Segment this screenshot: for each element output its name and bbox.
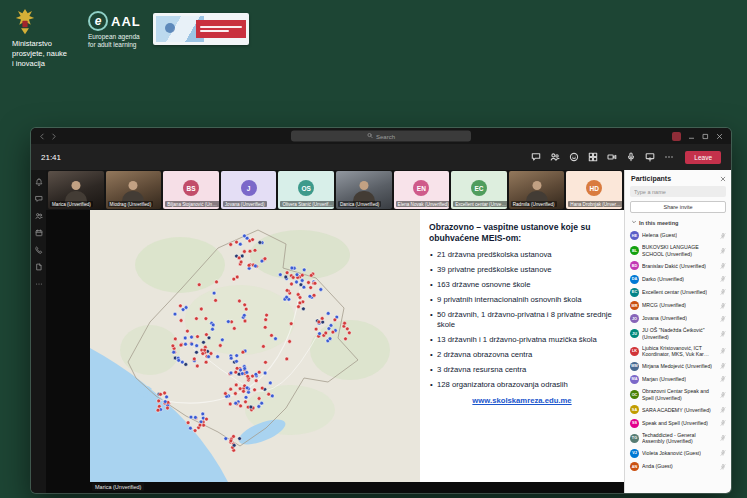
view-button[interactable]	[588, 152, 598, 162]
participant-avatar: SA	[630, 405, 639, 414]
participant-name: Jovana (Unverified)	[642, 315, 687, 322]
video-tile[interactable]: JJovana (Unverified)	[221, 171, 277, 209]
video-tile[interactable]: Marica (Unverified)	[48, 171, 104, 209]
muted-mic-icon	[720, 233, 726, 239]
participant-row[interactable]: ECExcellent centar (Unverified)	[625, 286, 731, 299]
participant-avatar: TG	[630, 434, 639, 443]
muted-mic-icon	[720, 316, 726, 322]
video-tile[interactable]: Miodrag (Unverified)	[106, 171, 162, 209]
meeting-controls	[531, 152, 674, 162]
section-label: In this meeting	[639, 220, 678, 226]
participant-row[interactable]: LKLjubica Kristovanović, ICT Koordinator…	[625, 343, 731, 360]
participant-row[interactable]: MMMirjana Medojević (Unverified)	[625, 360, 731, 373]
meeting-toolbar: 21:41 Leave	[31, 144, 731, 171]
chat-button[interactable]	[531, 152, 541, 162]
tile-name-label: Miodrag (Unverified)	[108, 201, 154, 207]
tile-name-label: Hana Drobnjak (Unverified)	[568, 201, 622, 207]
teams-window: Search 21:41 Leave Marica (Unverified)Mi…	[31, 128, 731, 493]
phone-icon[interactable]	[35, 246, 43, 254]
slide-bullet: 2 državna obrazovna centra	[429, 350, 615, 360]
participant-name: Violeta Jokanović (Guest)	[642, 450, 701, 457]
participant-row[interactable]: TGTechaddicted - General Assembly (Unver…	[625, 430, 731, 447]
participant-row[interactable]: MAMarjan (Unverified)	[625, 373, 731, 386]
people-icon[interactable]	[35, 212, 43, 220]
participant-row[interactable]: JUJU OŠ "Nadežda Ćetković" (Unverified)	[625, 325, 731, 342]
participant-name: Obrazovni Centar Speak and Spell (Unveri…	[642, 388, 717, 401]
participant-avatar: JU	[630, 329, 639, 338]
participant-row[interactable]: BLBUKOVSKI LANGUAGE SCHOOL (Unverified)	[625, 242, 731, 259]
participant-row[interactable]: SASARA ACADEMY (Unverified)	[625, 403, 731, 416]
ministry-line: i inovacija	[12, 59, 74, 69]
react-button[interactable]	[569, 152, 579, 162]
chat-icon[interactable]	[35, 195, 43, 203]
chevron-down-icon[interactable]	[631, 219, 637, 226]
participant-avatar: MA	[630, 375, 639, 384]
share-invite-button[interactable]: Share invite	[630, 201, 726, 213]
participant-row[interactable]: OCObrazovni Centar Speak and Spell (Unve…	[625, 386, 731, 403]
muted-mic-icon	[720, 376, 726, 382]
video-tile[interactable]: Radmila (Unverified)	[509, 171, 565, 209]
close-button[interactable]	[716, 133, 723, 140]
video-tile[interactable]: BSBiljana Stojanović (Unverified)	[163, 171, 219, 209]
video-tile[interactable]: ENElena Novak (Unverified)	[394, 171, 450, 209]
participant-name: SARA ACADEMY (Unverified)	[642, 407, 711, 414]
minimize-button[interactable]	[688, 133, 695, 140]
participant-row[interactable]: DADarko (Unverified)	[625, 273, 731, 286]
search-box[interactable]: Search	[291, 131, 471, 142]
slide-bullet: 128 organizatora obrazovanja odraslih	[429, 380, 615, 390]
video-tile[interactable]: ECExcellent centar (Unverified)	[451, 171, 507, 209]
participant-avatar: EC	[630, 288, 639, 297]
forward-icon[interactable]	[50, 133, 57, 140]
slide-bullet: 9 privatnih internacionalnih osnovnih šk…	[429, 295, 615, 305]
app-body: Marica (Unverified)Miodrag (Unverified)B…	[31, 170, 731, 493]
share-button[interactable]	[645, 152, 655, 162]
eaal-tagline-line: European agenda	[88, 33, 141, 41]
participant-row[interactable]: JOJovana (Unverified)	[625, 312, 731, 325]
participant-initials: J	[241, 180, 257, 196]
participant-search-input[interactable]	[630, 186, 726, 197]
participant-name: Helena (Guest)	[642, 232, 677, 239]
video-tile[interactable]: OSOlivera Stanić (Unverified)	[278, 171, 334, 209]
ministry-name: Ministarstvo prosvjete, nauke i inovacij…	[12, 39, 74, 68]
participant-name: Branislav Dakić (Unverified)	[642, 263, 706, 270]
tile-name-label: Marica (Unverified)	[50, 201, 93, 207]
profile-avatar[interactable]	[672, 132, 681, 141]
slide-bullet: 13 državnih i 1 državno-privatna muzička…	[429, 335, 615, 345]
meeting-time: 21:41	[41, 153, 61, 162]
slide-bullet: 163 državne osnovne škole	[429, 280, 615, 290]
tile-name-label: Biljana Stojanović (Unverified)	[165, 201, 219, 207]
close-panel-icon[interactable]	[720, 176, 726, 182]
window-controls	[688, 133, 723, 140]
participant-row[interactable]: VJVioleta Jokanović (Guest)	[625, 447, 731, 460]
leave-button[interactable]: Leave	[685, 151, 721, 164]
participant-avatar: LK	[630, 347, 639, 356]
slide-text: Obrazovno – vaspitne ustanove koje su ob…	[420, 210, 624, 482]
calendar-icon[interactable]	[35, 229, 43, 237]
bell-icon[interactable]	[35, 178, 43, 186]
participant-name: Darko (Unverified)	[642, 276, 684, 283]
search-icon	[367, 133, 373, 140]
participant-avatar: HE	[630, 231, 639, 240]
slide-link[interactable]: www.skolskamreza.edu.me	[429, 396, 615, 405]
ministry-logo: Ministarstvo prosvjete, nauke i inovacij…	[12, 8, 74, 68]
muted-mic-icon	[720, 363, 726, 369]
people-button[interactable]	[550, 152, 560, 162]
more-icon[interactable]	[35, 280, 43, 288]
maximize-button[interactable]	[702, 133, 709, 140]
participant-row[interactable]: BDBranislav Dakić (Unverified)	[625, 259, 731, 272]
participant-row[interactable]: HEHelena (Guest)	[625, 229, 731, 242]
back-icon[interactable]	[39, 133, 46, 140]
more-button[interactable]	[664, 152, 674, 162]
participant-row[interactable]: SSSpeak and Spell (Unverified)	[625, 416, 731, 429]
participant-name: BUKOVSKI LANGUAGE SCHOOL (Unverified)	[642, 244, 717, 257]
slide-bullets: 21 državna predškolska ustanova39 privat…	[429, 250, 615, 390]
video-tile[interactable]: HDHana Drobnjak (Unverified)	[566, 171, 622, 209]
camera-button[interactable]	[607, 152, 617, 162]
montenegro-map[interactable]	[90, 210, 420, 482]
participant-row[interactable]: ANAnda (Guest)	[625, 460, 731, 473]
video-tile[interactable]: Danica (Unverified)	[336, 171, 392, 209]
files-icon[interactable]	[35, 263, 43, 271]
mic-button[interactable]	[626, 152, 636, 162]
site-header: Ministarstvo prosvjete, nauke i inovacij…	[12, 8, 249, 68]
participant-row[interactable]: MRMRCG (Unverified)	[625, 299, 731, 312]
